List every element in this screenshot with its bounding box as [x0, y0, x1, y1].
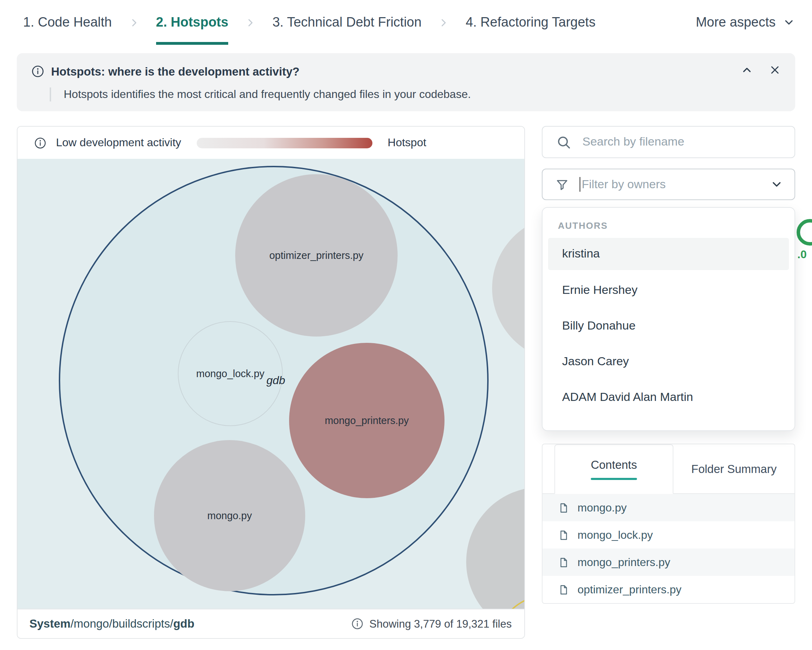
path-breadcrumb[interactable]: System/mongo/buildscripts/gdb: [29, 617, 194, 630]
bubble-label: mongo_lock.py: [196, 368, 264, 379]
contents-tabbar: Contents Folder Summary: [542, 444, 795, 494]
file-row-optimizer-printers-py[interactable]: optimizer_printers.py: [542, 576, 795, 603]
chevron-right-icon: [129, 17, 139, 27]
hotspot-bubble-map: optimizer_printers.py mongo_lock.py mong…: [17, 159, 524, 609]
chevron-right-icon: [245, 17, 255, 27]
owner-filter[interactable]: Filter by owners: [542, 169, 795, 200]
activity-legend: Low development activity Hotspot: [17, 126, 524, 159]
owner-dropdown: AUTHORS kristina Ernie Hershey Billy Don…: [542, 207, 795, 431]
bubble-partial-bottom-right[interactable]: [466, 487, 524, 609]
active-tab-indicator: [591, 478, 637, 480]
author-option-kristina[interactable]: kristina: [548, 238, 789, 270]
chevron-down-icon[interactable]: [770, 178, 783, 191]
path-segment-gdb: gdb: [173, 617, 195, 630]
author-option-adam-david-alan-martin[interactable]: ADAM David Alan Martin: [548, 379, 789, 415]
bubble-mongo-py[interactable]: mongo.py: [154, 440, 305, 591]
files-count: Showing 3,779 of 19,321 files: [351, 618, 512, 630]
info-icon[interactable]: [351, 618, 363, 630]
close-banner-icon[interactable]: [769, 64, 781, 76]
file-icon: [558, 557, 569, 568]
file-icon: [558, 502, 569, 513]
file-icon: [558, 529, 569, 540]
authors-group-label: AUTHORS: [558, 221, 795, 231]
text-cursor: [580, 177, 580, 192]
bubble-label: optimizer_printers.py: [269, 250, 363, 261]
hotspot-visualization-panel: Low development activity Hotspot optimiz…: [17, 126, 525, 639]
author-option-billy-donahue[interactable]: Billy Donahue: [548, 308, 789, 344]
aspect-tabs: 1. Code Health 2. Hotspots 3. Technical …: [23, 0, 595, 45]
filename-search[interactable]: [542, 126, 795, 158]
more-aspects-button[interactable]: More aspects: [696, 15, 795, 30]
viz-footer: System/mongo/buildscripts/gdb Showing 3,…: [17, 609, 524, 638]
bubble-optimizer-printers[interactable]: optimizer_printers.py: [235, 174, 398, 336]
file-name: optimizer_printers.py: [577, 583, 681, 596]
file-name: mongo_lock.py: [577, 528, 653, 541]
file-row-mongo-py[interactable]: mongo.py: [542, 494, 795, 521]
hotspots-info-banner: Hotspots: where is the development activ…: [17, 53, 795, 111]
file-row-mongo-lock-py[interactable]: mongo_lock.py: [542, 521, 795, 548]
tab-folder-summary[interactable]: Folder Summary: [673, 444, 795, 493]
tab-refactoring-targets[interactable]: 4. Refactoring Targets: [466, 0, 595, 45]
activity-gradient-bar: [197, 137, 372, 148]
score-ring-icon: [797, 219, 812, 246]
info-icon[interactable]: [34, 137, 46, 149]
tab-contents[interactable]: Contents: [554, 444, 673, 494]
bubble-mongo-printers[interactable]: mongo_printers.py: [289, 343, 444, 498]
file-icon: [558, 584, 569, 595]
path-segment-middle: /mongo/buildscripts/: [70, 617, 173, 630]
chevron-down-icon: [783, 16, 795, 29]
tab-technical-debt-friction[interactable]: 3. Technical Debt Friction: [272, 0, 421, 45]
main-content: Low development activity Hotspot optimiz…: [17, 126, 795, 639]
chevron-right-icon: [438, 17, 449, 27]
file-name: mongo.py: [577, 501, 627, 514]
search-input[interactable]: [582, 135, 783, 149]
legend-hotspot-label: Hotspot: [388, 137, 426, 149]
bubble-mongo-lock[interactable]: mongo_lock.py: [178, 321, 283, 426]
sidebar: Filter by owners .0 AUTHORS kristina Ern…: [542, 126, 795, 639]
bubble-label: mongo.py: [207, 510, 252, 521]
files-count-label: Showing 3,779 of 19,321 files: [369, 618, 512, 630]
tab-hotspots[interactable]: 2. Hotspots: [156, 0, 229, 45]
info-icon[interactable]: [32, 65, 44, 78]
score-fragment-text: .0: [797, 248, 812, 261]
tab-contents-label: Contents: [591, 458, 637, 472]
banner-title: Hotspots: where is the development activ…: [51, 65, 299, 78]
search-icon: [557, 135, 571, 149]
file-list: mongo.py mongo_lock.py mongo_printers.py…: [542, 494, 795, 603]
author-option-ernie-hershey[interactable]: Ernie Hershey: [548, 272, 789, 308]
file-row-mongo-printers-py[interactable]: mongo_printers.py: [542, 548, 795, 576]
owner-filter-placeholder: Filter by owners: [582, 177, 666, 191]
folder-contents-panel: Contents Folder Summary mongo.py mongo_l…: [542, 444, 795, 604]
bubble-partial-top-right[interactable]: [492, 216, 524, 361]
bubble-label: mongo_printers.py: [325, 415, 409, 426]
banner-description: Hotspots identifies the most critical an…: [50, 87, 780, 102]
filter-funnel-icon: [555, 177, 569, 191]
author-option-jason-carey[interactable]: Jason Carey: [548, 344, 789, 379]
collapse-banner-icon[interactable]: [740, 64, 753, 76]
file-name: mongo_printers.py: [577, 556, 670, 568]
legend-low-label: Low development activity: [56, 137, 181, 149]
top-navigation: 1. Code Health 2. Hotspots 3. Technical …: [0, 0, 812, 45]
tab-code-health[interactable]: 1. Code Health: [23, 0, 112, 45]
path-segment-system: System: [29, 617, 70, 630]
more-aspects-label: More aspects: [696, 15, 775, 30]
folder-label-gdb: gdb: [266, 374, 285, 387]
